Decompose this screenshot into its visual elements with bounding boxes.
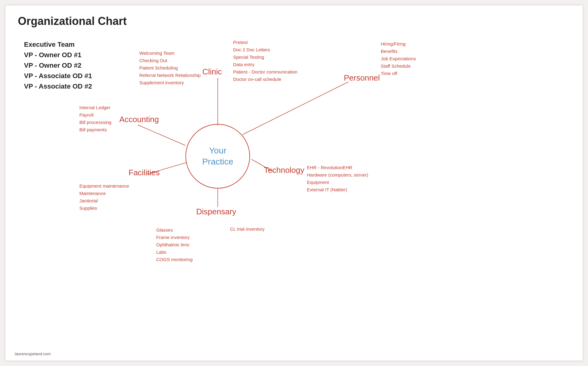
page-title: Organizational Chart: [18, 15, 127, 28]
accounting-item-2: Payroll: [79, 111, 111, 119]
exec-line-2: VP - Owner OD #1: [24, 50, 92, 60]
clinic-item-3: Patient Scheduling: [139, 64, 201, 72]
personnel-list: Hiring/Firing Benefits Job Expectations …: [381, 40, 416, 77]
personnel-item-4: Staff Schedule: [381, 62, 416, 70]
dispensary-item-5: COGS monitoring: [156, 256, 193, 263]
facilities-list: Equipment maintenance Maintenance Janito…: [79, 182, 129, 212]
dispensary-item-4: Labs: [156, 249, 193, 256]
personnel-item-2: Benefits: [381, 48, 416, 55]
dispensary-item-3: Ophthalmic lens: [156, 241, 193, 249]
clinic-item-5: Supplement inventory: [139, 79, 201, 86]
footer-text: laurencopeland.com: [15, 352, 51, 356]
clinic-item-10: Patient - Doctor communication: [233, 68, 297, 76]
facilities-item-2: Maintenance: [79, 190, 129, 197]
clinic-item-11: Doctor on-call schedule: [233, 76, 297, 83]
accounting-item-4: Bill payments: [79, 126, 111, 133]
center-circle: YourPractice: [185, 124, 250, 189]
accounting-list: Internal Ledger Payroll Bill processsing…: [79, 104, 111, 133]
technology-item-4: External IT (Nattier): [307, 186, 368, 193]
technology-item-1: EHR - RevolutionEHR: [307, 164, 368, 171]
personnel-item-1: Hiring/Firing: [381, 40, 416, 48]
page: Organizational Chart Executive Team VP -…: [6, 6, 582, 360]
technology-node: Technology: [264, 165, 304, 175]
dispensary-node: Dispensary: [196, 207, 236, 217]
accounting-item-3: Bill processsing: [79, 119, 111, 126]
exec-line-1: Executive Team: [24, 39, 92, 50]
dispensary-item-1: Glasses: [156, 226, 193, 234]
facilities-node: Facilities: [129, 168, 160, 177]
clinic-item-6: Pretest: [233, 39, 297, 46]
clinic-item-8: Special Testing: [233, 54, 297, 61]
accounting-item-1: Internal Ledger: [79, 104, 111, 111]
technology-item-2: Hardware (computers, server): [307, 171, 368, 179]
svg-line-2: [138, 125, 185, 145]
clinic-node: Clinic: [202, 67, 222, 77]
technology-list: EHR - RevolutionEHR Hardware (computers,…: [307, 164, 368, 193]
clinic-list-left: Welcoming Team Checking Out Patient Sche…: [139, 50, 201, 86]
clinic-item-9: Data entry: [233, 61, 297, 68]
personnel-node: Personnel: [344, 73, 380, 83]
personnel-item-3: Job Expectations: [381, 55, 416, 62]
facilities-item-3: Janitorial: [79, 197, 129, 205]
clinic-list-right: Pretest Doc 2 Doc Letters Special Testin…: [233, 39, 297, 83]
facilities-item-4: Supplies: [79, 205, 129, 212]
clinic-item-1: Welcoming Team: [139, 50, 201, 57]
clinic-item-7: Doc 2 Doc Letters: [233, 46, 297, 54]
dispensary-list-right: CL trial inventory: [230, 225, 264, 233]
clinic-item-2: Checking Out: [139, 57, 201, 64]
facilities-item-1: Equipment maintenance: [79, 182, 129, 190]
dispensary-item-6: CL trial inventory: [230, 225, 264, 233]
exec-line-5: VP - Associate OD #2: [24, 81, 92, 92]
technology-item-3: Equipment: [307, 179, 368, 186]
personnel-item-5: Time off: [381, 70, 416, 77]
dispensary-list-left: Glasses Frame inventory Ophthalmic lens …: [156, 226, 193, 263]
dispensary-item-2: Frame inventory: [156, 234, 193, 241]
executive-box: Executive Team VP - Owner OD #1 VP - Own…: [24, 39, 92, 92]
accounting-node: Accounting: [119, 115, 159, 124]
svg-line-1: [242, 82, 348, 135]
clinic-item-4: Referral Network Relationship: [139, 72, 201, 79]
center-circle-text: YourPractice: [202, 145, 233, 168]
exec-line-3: VP - Owner OD #2: [24, 60, 92, 71]
exec-line-4: VP - Associate OD #1: [24, 71, 92, 81]
